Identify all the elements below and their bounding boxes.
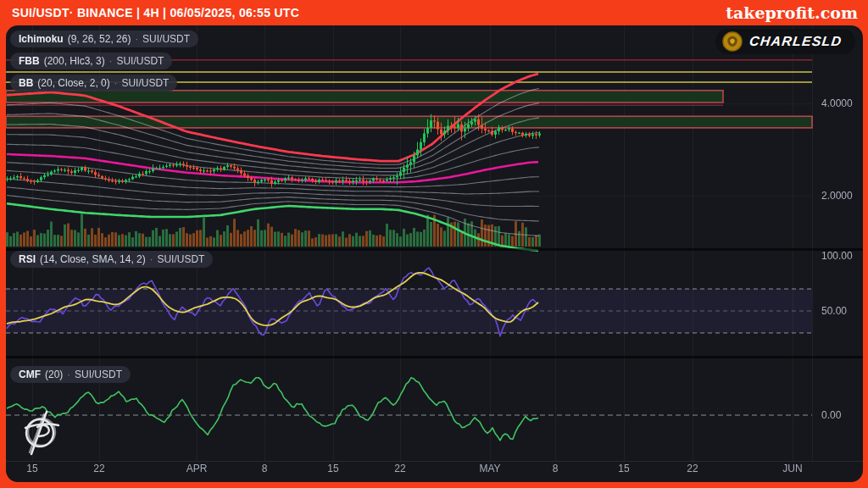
charlesld-watermark-text: CHARLESLD xyxy=(748,34,843,49)
time-axis-label: JUN xyxy=(782,463,802,474)
time-axis[interactable]: 1522APR81522MAY81522JUN xyxy=(6,459,863,480)
takeprofit-brand: takeprofit.com xyxy=(726,3,868,22)
indicator-params: (20, Close, 2, 0) xyxy=(37,77,109,89)
separator-dot: · xyxy=(67,369,70,380)
indicator-name: FBB xyxy=(19,55,40,67)
indicator-params: (9, 26, 52, 26) xyxy=(68,33,131,45)
indicator-name: Ichimoku xyxy=(19,33,64,45)
indicator-params: (14, Close, SMA, 14, 2) xyxy=(40,253,146,265)
chart-shell: Ichimoku (9, 26, 52, 26) · SUI/USDT FBB … xyxy=(6,25,863,482)
charlesld-watermark: CHARLESLD xyxy=(715,29,855,54)
time-axis-label: 8 xyxy=(553,463,559,474)
time-axis-label: 22 xyxy=(394,463,405,474)
indicator-name: BB xyxy=(19,77,33,89)
indicator-symbol: SUI/USDT xyxy=(121,77,169,89)
cmf-axis-label-0[interactable]: 0.00 xyxy=(821,409,863,421)
indicator-symbol: SUI/USDT xyxy=(75,369,122,380)
indicator-name: CMF xyxy=(19,369,41,380)
indicator-pill-fbb[interactable]: FBB (200, Hlc3, 3) · SUI/USDT xyxy=(10,53,172,69)
indicator-name: RSI xyxy=(19,253,36,265)
indicator-symbol: SUI/USDT xyxy=(157,253,204,265)
lion-logo-icon xyxy=(722,31,743,52)
time-axis-label: 8 xyxy=(262,463,268,474)
indicator-pill-ichimoku[interactable]: Ichimoku (9, 26, 52, 26) · SUI/USDT xyxy=(10,30,198,47)
price-axis-label-2[interactable]: 2.0000 xyxy=(821,190,863,202)
separator-dot: · xyxy=(114,78,118,88)
indicator-pill-rsi[interactable]: RSI (14, Close, SMA, 14, 2) · SUI/USDT xyxy=(10,251,213,268)
separator-dot: · xyxy=(109,56,113,66)
indicator-pill-cmf[interactable]: CMF (20) · SUI/USDT xyxy=(10,366,131,383)
rsi-axis-label-100[interactable]: 100.00 xyxy=(821,250,863,262)
indicator-pill-bb[interactable]: BB (20, Close, 2, 0) · SUI/USDT xyxy=(10,75,177,92)
indicator-params: (20) xyxy=(45,369,63,380)
indicator-symbol: SUI/USDT xyxy=(116,55,164,67)
rsi-axis-label-50[interactable]: 50.00 xyxy=(821,305,863,317)
separator-dot: · xyxy=(150,254,153,264)
time-axis-label: 22 xyxy=(687,463,698,474)
top-bar: SUI/USDT· BINANCE | 4H | 06/05/2025, 06:… xyxy=(0,0,868,25)
takeprofit-monogram-logo xyxy=(19,405,64,458)
indicator-params: (200, Hlc3, 3) xyxy=(44,55,105,67)
time-axis-label: 15 xyxy=(327,463,338,474)
indicator-symbol: SUI/USDT xyxy=(142,33,190,45)
time-axis-label: APR xyxy=(186,463,208,474)
price-axis-label-4[interactable]: 4.0000 xyxy=(821,97,863,109)
chart-title: SUI/USDT· BINANCE | 4H | 06/05/2025, 06:… xyxy=(0,6,299,19)
time-axis-label: 22 xyxy=(93,463,104,474)
time-axis-label: 15 xyxy=(618,463,629,474)
time-axis-label: 15 xyxy=(26,463,37,474)
time-axis-label: MAY xyxy=(479,463,500,474)
separator-dot: · xyxy=(135,34,138,44)
